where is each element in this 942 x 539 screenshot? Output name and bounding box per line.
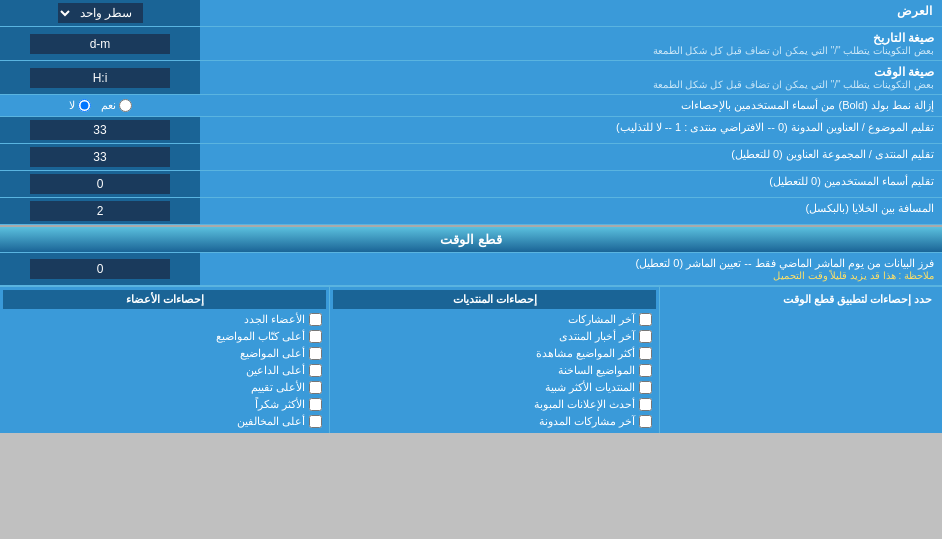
forum-headers-input[interactable] — [30, 147, 170, 167]
usernames-label: تقليم أسماء المستخدمين (0 للتعطيل) — [200, 171, 942, 197]
limit-label-cell: حدد إحصاءات لتطبيق قطع الوقت — [659, 287, 942, 433]
bold-remove-label: إزالة نمط بولد (Bold) من أسماء المستخدمي… — [200, 95, 942, 116]
display-select[interactable]: سطر واحد — [58, 3, 143, 23]
forum-stat-cb-0[interactable] — [639, 313, 652, 326]
forum-stats-column: إحصاءات المنتديات آخر المشاركات آخر أخبا… — [329, 287, 659, 433]
cell-spacing-input-cell — [0, 198, 200, 224]
member-stat-cb-0[interactable] — [309, 313, 322, 326]
member-stat-item-6[interactable]: أعلى المخالفين — [3, 413, 326, 430]
forum-stat-item-1[interactable]: آخر أخبار المنتدى — [333, 328, 656, 345]
date-format-input[interactable] — [30, 34, 170, 54]
topic-headers-input-cell — [0, 117, 200, 143]
time-format-label: صيغة الوقت بعض التكوينات يتطلب "/" التي … — [200, 61, 942, 94]
member-stat-cb-6[interactable] — [309, 415, 322, 428]
member-stat-item-3[interactable]: أعلى الداعين — [3, 362, 326, 379]
member-stat-cb-5[interactable] — [309, 398, 322, 411]
forum-stat-item-3[interactable]: المواضيع الساخنة — [333, 362, 656, 379]
topic-headers-input[interactable] — [30, 120, 170, 140]
date-format-input-cell — [0, 27, 200, 60]
time-format-input[interactable] — [30, 68, 170, 88]
cell-spacing-label: المسافة بين الخلايا (بالبكسل) — [200, 198, 942, 224]
date-format-label: صيغة التاريخ بعض التكوينات يتطلب "/" الت… — [200, 27, 942, 60]
member-stat-item-5[interactable]: الأكثر شكراً — [3, 396, 326, 413]
bold-no-radio[interactable] — [78, 99, 91, 112]
forum-stat-item-2[interactable]: أكثر المواضيع مشاهدة — [333, 345, 656, 362]
cell-spacing-input[interactable] — [30, 201, 170, 221]
member-stat-cb-3[interactable] — [309, 364, 322, 377]
forum-stats-header: إحصاءات المنتديات — [333, 290, 656, 309]
usernames-input[interactable] — [30, 174, 170, 194]
bold-yes-radio[interactable] — [119, 99, 132, 112]
forum-headers-label: تقليم المنتدى / المجموعة العناوين (0 للت… — [200, 144, 942, 170]
member-stat-cb-4[interactable] — [309, 381, 322, 394]
forum-headers-input-cell — [0, 144, 200, 170]
forum-stat-cb-5[interactable] — [639, 398, 652, 411]
member-stat-item-2[interactable]: أعلى المواضيع — [3, 345, 326, 362]
forum-stat-item-5[interactable]: أحدث الإعلانات المبوبة — [333, 396, 656, 413]
snapshot-filter-label: فرز البيانات من يوم الماشر الماضي فقط --… — [200, 253, 942, 285]
section-label: العرض — [200, 0, 942, 26]
forum-stat-item-0[interactable]: آخر المشاركات — [333, 311, 656, 328]
member-stat-item-4[interactable]: الأعلى تقييم — [3, 379, 326, 396]
forum-stat-cb-2[interactable] — [639, 347, 652, 360]
forum-stat-cb-3[interactable] — [639, 364, 652, 377]
snapshot-filter-input-cell — [0, 253, 200, 285]
member-stat-cb-2[interactable] — [309, 347, 322, 360]
forum-stat-item-6[interactable]: آخر مشاركات المدونة — [333, 413, 656, 430]
forum-stat-cb-6[interactable] — [639, 415, 652, 428]
member-stats-column: إحصاءات الأعضاء الأعضاء الجدد أعلى كتّاب… — [0, 287, 329, 433]
bold-no-label[interactable]: لا — [69, 99, 91, 112]
member-stat-item-0[interactable]: الأعضاء الجدد — [3, 311, 326, 328]
bold-yes-label[interactable]: نعم — [101, 99, 132, 112]
member-stats-header: إحصاءات الأعضاء — [3, 290, 326, 309]
forum-stat-cb-1[interactable] — [639, 330, 652, 343]
display-select-cell[interactable]: سطر واحد — [0, 0, 200, 26]
snapshot-filter-input[interactable] — [30, 259, 170, 279]
member-stat-item-1[interactable]: أعلى كتّاب المواضيع — [3, 328, 326, 345]
bold-remove-radio-cell: نعم لا — [0, 95, 200, 116]
usernames-input-cell — [0, 171, 200, 197]
snapshot-section-header: قطع الوقت — [0, 225, 942, 253]
forum-stat-item-4[interactable]: المنتديات الأكثر شبية — [333, 379, 656, 396]
member-stat-cb-1[interactable] — [309, 330, 322, 343]
time-format-input-cell — [0, 61, 200, 94]
topic-headers-label: تقليم الموضوع / العناوين المدونة (0 -- ا… — [200, 117, 942, 143]
forum-stat-cb-4[interactable] — [639, 381, 652, 394]
